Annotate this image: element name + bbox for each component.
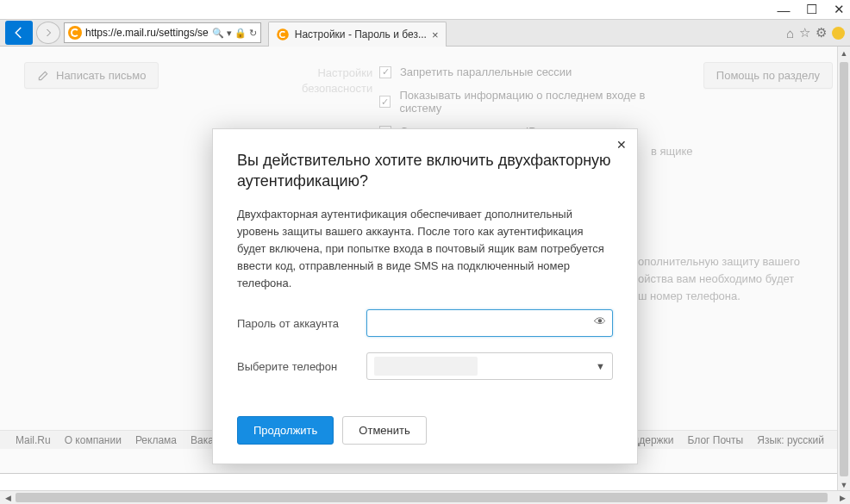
checkbox-icon[interactable]: ✓ bbox=[379, 66, 391, 78]
scroll-thumb[interactable] bbox=[16, 493, 828, 502]
window-titlebar: — ☐ ✕ bbox=[0, 0, 850, 19]
search-icon[interactable]: 🔍 bbox=[212, 28, 224, 39]
modal-body: Двухфакторная аутентификация обеспечивае… bbox=[237, 206, 613, 293]
scroll-left-icon[interactable]: ◀ bbox=[0, 491, 16, 504]
compose-button[interactable]: Написать письмо bbox=[24, 62, 159, 89]
twofa-info-fragment: ополнительную защиту вашего ойства вам н… bbox=[638, 253, 824, 305]
favorites-icon[interactable]: ☆ bbox=[799, 25, 810, 40]
lock-icon[interactable]: 🔒 bbox=[234, 28, 247, 39]
horizontal-scrollbar[interactable]: ◀ ▶ bbox=[0, 490, 850, 504]
footer-link[interactable]: Реклама bbox=[135, 434, 177, 446]
phone-row: Выберите телефон ▼ bbox=[237, 352, 613, 380]
scroll-thumb[interactable] bbox=[840, 62, 848, 476]
browser-toolbar: https://e.mail.ru/settings/se 🔍▾ 🔒 ↻ Нас… bbox=[0, 19, 850, 47]
smiley-icon[interactable] bbox=[832, 27, 845, 40]
site-icon bbox=[68, 26, 82, 40]
password-row: Пароль от аккаунта 👁 bbox=[237, 309, 613, 337]
home-icon[interactable]: ⌂ bbox=[786, 26, 794, 40]
page-content: Написать письмо Помощь по разделу Настро… bbox=[0, 47, 850, 474]
scroll-right-icon[interactable]: ▶ bbox=[834, 491, 850, 504]
nav-forward-button[interactable] bbox=[36, 22, 60, 44]
vertical-scrollbar[interactable]: ▲ ▼ bbox=[837, 47, 850, 492]
compose-label: Написать письмо bbox=[56, 69, 146, 82]
settings-sidebar-label: Настройки безопасности bbox=[302, 65, 372, 96]
footer-link[interactable]: Mail.Ru bbox=[16, 434, 51, 446]
tab-favicon bbox=[277, 28, 289, 40]
maximize-button[interactable]: ☐ bbox=[805, 3, 817, 16]
minimize-button[interactable]: — bbox=[778, 3, 790, 16]
scroll-up-icon[interactable]: ▲ bbox=[838, 47, 850, 60]
modal-close-button[interactable]: ✕ bbox=[616, 138, 627, 152]
tab-active[interactable]: Настройки - Пароль и без... × bbox=[268, 22, 447, 47]
password-label: Пароль от аккаунта bbox=[237, 317, 366, 330]
help-label: Помощь по разделу bbox=[716, 69, 820, 82]
footer-link[interactable]: Язык: русский bbox=[757, 434, 824, 446]
cancel-button[interactable]: Отменить bbox=[342, 416, 426, 445]
mailbox-text-fragment: в ящике bbox=[651, 145, 693, 158]
password-input[interactable] bbox=[366, 309, 613, 337]
refresh-icon[interactable]: ↻ bbox=[249, 28, 257, 39]
chevron-down-icon: ▼ bbox=[596, 361, 605, 371]
address-controls: 🔍▾ 🔒 ↻ bbox=[212, 28, 257, 39]
phone-label: Выберите телефон bbox=[237, 360, 366, 373]
continue-button[interactable]: Продолжить bbox=[237, 416, 334, 445]
phone-select[interactable]: ▼ bbox=[366, 352, 613, 380]
edit-icon bbox=[37, 70, 49, 82]
check-last-login[interactable]: ✓ Показывать информацию о последнем вход… bbox=[379, 89, 678, 115]
modal-title: Вы действительно хотите включить двухфак… bbox=[237, 150, 613, 192]
check-parallel-sessions[interactable]: ✓ Запретить параллельные сессии bbox=[379, 65, 678, 78]
checkbox-icon[interactable]: ✓ bbox=[379, 96, 391, 108]
settings-icon[interactable]: ⚙ bbox=[816, 25, 827, 40]
reveal-password-icon[interactable]: 👁 bbox=[594, 314, 606, 328]
toolbar-right-icons: ⌂ ☆ ⚙ bbox=[786, 25, 845, 40]
modal-actions: Продолжить Отменить bbox=[237, 416, 613, 445]
phone-masked-value bbox=[374, 357, 478, 376]
tab-bar: Настройки - Пароль и без... × bbox=[268, 19, 783, 47]
footer-link[interactable]: О компании bbox=[65, 434, 122, 446]
close-window-button[interactable]: ✕ bbox=[833, 3, 845, 16]
section-help-button[interactable]: Помощь по разделу bbox=[703, 62, 833, 89]
footer-link[interactable]: Блог Почты bbox=[688, 434, 744, 446]
twofa-modal: ✕ Вы действительно хотите включить двухф… bbox=[212, 128, 638, 464]
tab-title: Настройки - Пароль и без... bbox=[295, 28, 427, 40]
url-text: https://e.mail.ru/settings/se bbox=[85, 27, 209, 39]
nav-back-button[interactable] bbox=[5, 21, 33, 45]
address-bar[interactable]: https://e.mail.ru/settings/se 🔍▾ 🔒 ↻ bbox=[64, 22, 261, 43]
tab-close-button[interactable]: × bbox=[432, 28, 439, 41]
